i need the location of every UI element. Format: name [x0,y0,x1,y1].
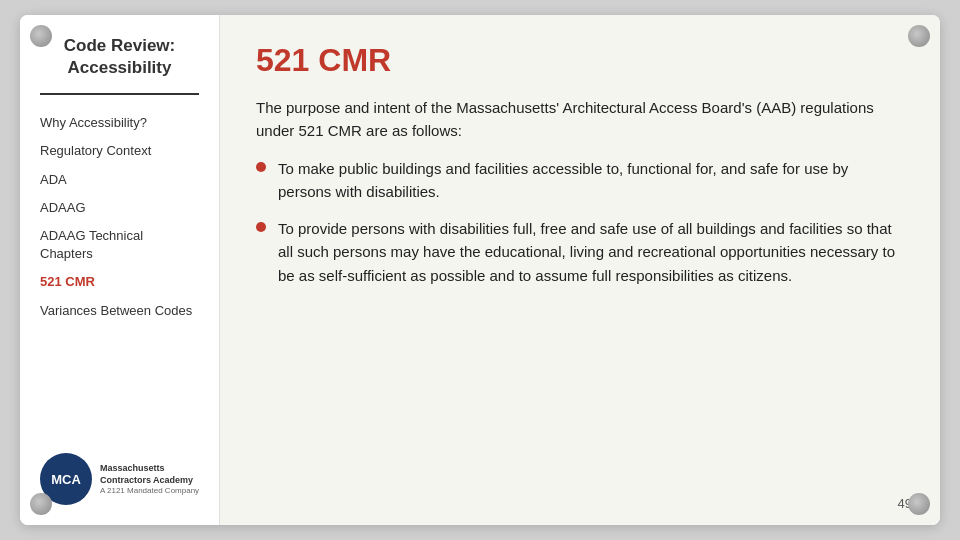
bullet-item-1: To make public buildings and facilities … [256,157,904,204]
sidebar-item-why-accessibility[interactable]: Why Accessibility? [20,109,219,137]
sidebar-logo: MCA Massachusetts Contractors Academy A … [20,435,219,505]
sidebar-item-521cmr[interactable]: 521 CMR [20,268,219,296]
bullet-text-1: To make public buildings and facilities … [278,157,904,204]
screw-bottom-left [30,493,52,515]
sidebar: Code Review: Accessibility Why Accessibi… [20,15,220,525]
sidebar-item-regulatory-context[interactable]: Regulatory Context [20,137,219,165]
bullet-dot-1 [256,162,266,172]
sidebar-item-adaag[interactable]: ADAAG [20,194,219,222]
sidebar-item-adaag-technical[interactable]: ADAAG Technical Chapters [20,222,219,268]
bullet-text-2: To provide persons with disabilities ful… [278,217,904,287]
intro-paragraph: The purpose and intent of the Massachuse… [256,96,904,143]
screw-top-right [908,25,930,47]
bullet-list: To make public buildings and facilities … [256,157,904,287]
bullet-item-2: To provide persons with disabilities ful… [256,217,904,287]
sidebar-navigation: Why Accessibility? Regulatory Context AD… [20,105,219,329]
screw-top-left [30,25,52,47]
screw-bottom-right [908,493,930,515]
bullet-dot-2 [256,222,266,232]
sidebar-item-variances[interactable]: Variances Between Codes [20,297,219,325]
logo-text: Massachusetts Contractors Academy A 2121… [100,463,199,495]
main-heading: 521 CMR [256,43,904,78]
sidebar-item-ada[interactable]: ADA [20,166,219,194]
svg-text:MCA: MCA [51,472,81,487]
main-content: 521 CMR The purpose and intent of the Ma… [220,15,940,525]
slide: Code Review: Accessibility Why Accessibi… [20,15,940,525]
main-body: The purpose and intent of the Massachuse… [256,96,904,301]
sidebar-title: Code Review: Accessibility [20,35,219,93]
sidebar-divider [40,93,199,95]
